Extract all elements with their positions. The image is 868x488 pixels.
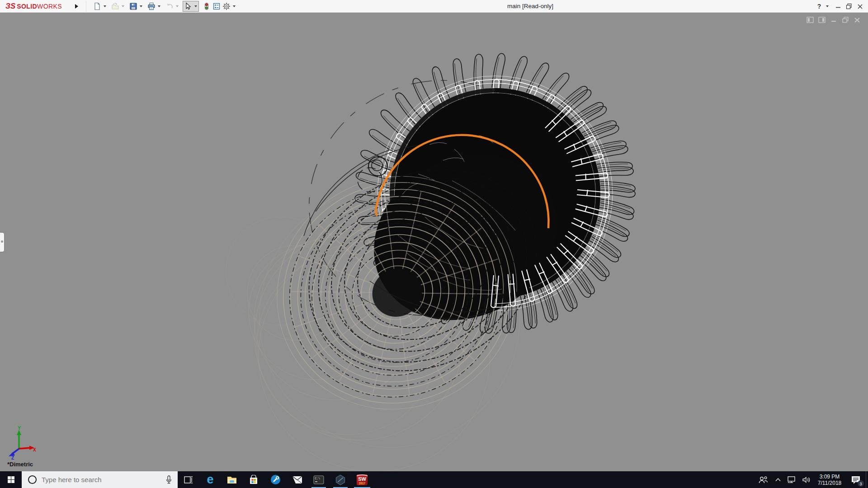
hidden-icons-button[interactable] [772, 471, 784, 488]
taskbar-apps: e [178, 471, 373, 488]
solidworks-logo: ЗS SOLID WORKS [5, 0, 62, 13]
solidworks-app-icon: SW 2017 [356, 474, 368, 486]
jet-engine-wireframe-model[interactable] [0, 13, 868, 471]
store-icon [249, 475, 259, 485]
triad-x-label: X [33, 447, 36, 452]
taskbar-search[interactable] [22, 471, 178, 488]
menu-flyout-button[interactable] [72, 2, 80, 11]
window-controls: ? [814, 0, 865, 13]
traffic-light-icon [203, 2, 211, 10]
notification-badge: 3 [858, 480, 864, 487]
new-document-icon [93, 2, 101, 10]
start-button[interactable] [0, 471, 22, 488]
brand-bold: SOLID [17, 3, 37, 10]
cortana-icon [28, 475, 37, 484]
pane-left-button[interactable] [806, 16, 815, 24]
chevron-up-icon [775, 478, 781, 482]
help-dropdown[interactable] [825, 1, 830, 12]
rebuild-button[interactable] [202, 1, 212, 12]
people-button[interactable] [755, 471, 772, 488]
new-document-button[interactable] [92, 1, 102, 12]
network-button[interactable] [784, 471, 799, 488]
doc-restore-icon [842, 17, 849, 23]
microphone-icon[interactable] [165, 475, 172, 484]
close-icon [857, 4, 863, 9]
windows-logo-icon [8, 476, 14, 483]
minimize-button[interactable] [833, 0, 844, 12]
options-dropdown[interactable] [231, 1, 237, 12]
flyout-arrow-icon [75, 4, 78, 9]
open-button[interactable] [110, 1, 120, 12]
settings-tool-button[interactable] [264, 471, 286, 488]
doc-minimize-button[interactable] [829, 16, 838, 24]
search-input[interactable] [42, 476, 165, 483]
command-prompt-button[interactable]: C:\ [308, 471, 330, 488]
microsoft-store-button[interactable] [243, 471, 264, 488]
select-tool-pressed [183, 1, 199, 12]
undo-button[interactable] [165, 1, 175, 12]
network-icon [787, 476, 796, 483]
minimize-icon [835, 4, 841, 9]
people-icon [758, 476, 768, 484]
help-button[interactable]: ? [814, 0, 825, 12]
windows-taskbar: e [0, 471, 868, 488]
speaker-icon [802, 476, 811, 483]
select-cursor-icon [184, 2, 192, 10]
file-explorer-button[interactable] [221, 471, 243, 488]
show-desktop-button[interactable] [866, 471, 868, 488]
task-view-button[interactable] [178, 471, 199, 488]
pane-left-icon [807, 17, 814, 23]
doc-minimize-icon [830, 17, 837, 23]
brand-light: WORKS [37, 3, 62, 10]
gear-icon [222, 2, 231, 10]
undo-dropdown[interactable] [175, 1, 180, 12]
options-button[interactable] [222, 1, 231, 12]
task-view-icon [184, 475, 193, 484]
document-window-controls [806, 16, 862, 24]
undo-icon [165, 2, 174, 10]
solidworks-2017-button[interactable]: SW 2017 [351, 471, 373, 488]
save-icon [129, 2, 137, 10]
select-dropdown[interactable] [193, 1, 198, 12]
graphics-area[interactable]: Y X Z *Dimetric [0, 13, 868, 471]
edge-icon: e [207, 474, 213, 486]
sw-year: 2017 [359, 482, 366, 485]
restore-icon [846, 3, 852, 9]
volume-button[interactable] [799, 471, 813, 488]
hexagon-app-icon [335, 474, 346, 485]
close-button[interactable] [854, 0, 865, 12]
file-properties-button[interactable] [212, 1, 222, 12]
hexagon-app-button[interactable] [330, 471, 351, 488]
triad-z-label: Z [11, 455, 14, 460]
print-button[interactable] [146, 1, 156, 12]
select-button[interactable] [183, 1, 193, 12]
doc-close-button[interactable] [853, 16, 862, 24]
doc-restore-button[interactable] [841, 16, 850, 24]
feature-panel-tab[interactable] [0, 233, 4, 252]
mail-icon [292, 476, 302, 484]
command-prompt-icon: C:\ [313, 475, 324, 484]
print-dropdown[interactable] [156, 1, 162, 12]
edge-button[interactable]: e [199, 471, 221, 488]
new-document-dropdown[interactable] [102, 1, 108, 12]
panel-tab-grip-icon [1, 240, 3, 243]
pane-right-button[interactable] [817, 16, 826, 24]
mail-button[interactable] [286, 471, 308, 488]
reference-triad: Y X Z [5, 425, 37, 460]
pane-right-icon [818, 17, 826, 23]
cmd-prompt-text: C:\ [315, 477, 321, 480]
open-icon [111, 2, 119, 10]
clock[interactable]: 3:09 PM 7/11/2018 [813, 471, 846, 488]
tray-date: 7/11/2018 [818, 480, 842, 486]
open-dropdown[interactable] [120, 1, 126, 12]
save-button[interactable] [128, 1, 138, 12]
sw-letters: SW [358, 476, 366, 482]
print-icon [147, 2, 156, 10]
action-center-button[interactable]: 3 [846, 471, 866, 488]
file-properties-icon [212, 2, 221, 10]
document-title: main [Read-only] [507, 0, 553, 13]
restore-button[interactable] [844, 0, 854, 12]
doc-close-icon [854, 17, 860, 23]
quick-access-toolbar [92, 0, 240, 13]
save-dropdown[interactable] [138, 1, 144, 12]
